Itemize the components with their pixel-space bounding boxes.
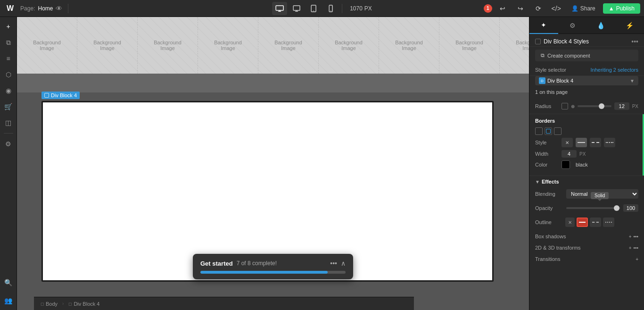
transitions-row[interactable]: Transitions + [529,253,644,265]
component-label: Create component [547,53,590,59]
style-checkbox[interactable] [535,39,541,44]
logo[interactable]: W [4,4,17,13]
opacity-value[interactable] [623,204,638,212]
transforms-actions: + ••• [629,245,638,251]
breadcrumb-separator: › [62,301,64,306]
outline-dash-btn[interactable] [590,218,601,227]
tab-style[interactable]: ✦ [529,17,558,34]
svg-rect-3 [293,6,300,10]
style-selector-value[interactable]: Inheriting 2 selectors [591,67,639,73]
breadcrumb-bar: ◻ Body › ◻ Div Block 4 [34,297,414,310]
breadcrumb-body-label: Body [46,301,58,307]
mobile-btn[interactable] [323,2,338,15]
box-shadows-more-icon[interactable]: ••• [633,234,638,239]
blending-select[interactable]: Normal [566,189,638,199]
search-icon[interactable]: 🔍 [1,275,16,290]
desktop-btn[interactable] [289,2,304,15]
box-shadows-row[interactable]: Box shadows + ••• [529,231,644,242]
cms-icon[interactable]: ≡ [1,51,16,66]
code-btn[interactable]: </> [549,2,564,15]
get-started-more-btn[interactable]: ••• [330,260,337,267]
canvas-area[interactable]: BackgroundImage BackgroundImage Backgrou… [17,17,529,310]
selector-tag-icon: D [539,77,545,84]
svg-rect-0 [276,6,283,10]
borders-title: Borders [535,118,638,124]
border-width-value[interactable] [561,150,577,158]
border-all-icon[interactable] [535,127,543,135]
corner-link-icon[interactable]: ⊕ [571,104,575,109]
tab-settings[interactable]: ⚙ [558,17,587,34]
assets-icon[interactable]: ◫ [1,115,16,130]
redo-btn[interactable]: ↪ [513,2,528,15]
effects-arrow: ▼ [535,179,540,184]
users-icon[interactable]: ◉ [1,83,16,98]
border-selected-icon[interactable] [545,127,552,135]
border-icons-row [535,127,638,135]
get-started-top: Get started 7 of 8 complete! ••• ∧ [200,260,346,267]
on-page-text: 1 on this page [529,88,644,99]
border-dash-btn[interactable] [590,138,601,147]
opacity-slider[interactable] [566,207,620,209]
top-bar-right: 1 ↩ ↪ ⟳ </> 👤 Share ▲ Publish [484,2,640,15]
component-icon: ⧉ [541,52,545,59]
desktop-large-btn[interactable] [272,2,287,15]
background-strip: BackgroundImage BackgroundImage Backgrou… [17,17,529,74]
refresh-btn[interactable]: ⟳ [531,2,546,15]
get-started-panel: Get started 7 of 8 complete! ••• ∧ [193,254,353,279]
breadcrumb-body[interactable]: ◻ Body [38,300,60,308]
div-block-label-text: Div Block 4 [51,92,77,98]
radius-value[interactable] [614,102,629,110]
members-icon[interactable]: 👥 [1,293,16,308]
notification-badge[interactable]: 1 [484,4,492,13]
border-dot-btn[interactable] [604,138,615,147]
effects-header[interactable]: ▼ Effects [529,176,644,187]
style-selector-label: Style selector [535,67,566,73]
settings-icon[interactable]: ⚙ [1,136,16,151]
transforms-more-icon[interactable]: ••• [633,245,638,251]
add-icon[interactable]: + [1,19,16,34]
undo-btn[interactable]: ↩ [495,2,510,15]
publish-btn[interactable]: ▲ Publish [603,3,640,14]
radius-thumb[interactable] [599,103,604,109]
outline-dot-line [605,222,612,223]
body-icon: ◻ [41,302,44,306]
breadcrumb-divblock[interactable]: ◻ Div Block 4 [66,300,102,308]
box-shadows-add-icon[interactable]: + [629,234,632,239]
get-started-close-btn[interactable]: ∧ [341,260,346,267]
preview-icon[interactable]: 👁 [56,5,62,12]
components-icon[interactable]: ⬡ [1,67,16,82]
selector-tag-chevron[interactable]: ▼ [630,78,635,84]
styles-more-btn[interactable]: ••• [631,38,638,45]
outline-solid-btn[interactable] [577,218,588,227]
sidebar-separator [4,133,13,134]
outline-dot-btn[interactable] [603,218,614,227]
pages-icon[interactable]: ⧉ [1,35,16,50]
outline-dash-line [592,222,599,223]
transforms-add-icon[interactable]: + [629,245,632,251]
border-solid-btn[interactable] [576,138,587,147]
ecommerce-icon[interactable]: 🛒 [1,99,16,114]
border-inner-icon[interactable] [554,127,561,135]
radius-slider[interactable] [578,105,611,107]
transitions-add-icon[interactable]: + [636,257,638,262]
opacity-row: Opacity Solid [529,202,644,214]
border-x-btn[interactable]: ✕ [561,138,573,147]
corner-icon[interactable] [561,103,568,109]
border-color-swatch[interactable] [561,160,570,169]
div-block-checkbox[interactable] [44,93,49,98]
tab-triggers[interactable]: ⚡ [615,17,644,34]
get-started-title-row: Get started 7 of 8 complete! [200,260,277,267]
div-block-4-label[interactable]: Div Block 4 [41,92,80,99]
share-btn[interactable]: 👤 Share [567,3,600,14]
outline-x-btn[interactable]: ✕ [565,218,575,227]
transforms-label: 2D & 3D transforms [535,245,581,251]
tablet-btn[interactable] [306,2,321,15]
canvas-gray-area [17,74,529,92]
selector-tag[interactable]: D Div Block 4 ▼ [535,76,638,85]
opacity-thumb[interactable] [614,205,619,211]
transforms-row[interactable]: 2D & 3D transforms + ••• [529,242,644,253]
transitions-label: Transitions [535,256,560,262]
outline-row: Outline ✕ [529,216,644,229]
tab-interactions[interactable]: 💧 [587,17,616,34]
create-component-btn[interactable]: ⧉ Create component [535,50,638,61]
